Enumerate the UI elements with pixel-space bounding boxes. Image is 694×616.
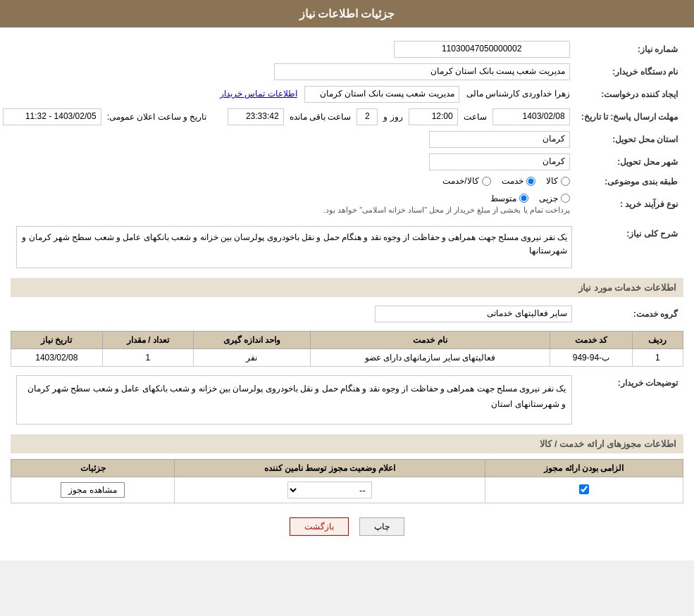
row-tabaghebandi: طبقه بندی موضوعی: کالا خدمت [0,173,683,191]
view-permit-button[interactable]: مشاهده مجوز [61,482,124,498]
deadline-remaining: 23:33:42 [228,108,284,125]
page-title: جزئیات اطلاعات نیاز [299,8,395,20]
permit-col-status: اعلام وضعیت مجوز توسط نامین کننده [175,460,485,477]
grouh-value: سایر فعالیتهای خدماتی [11,303,578,325]
action-buttons: چاپ بازگشت [11,517,683,536]
shahr-input: کرمان [429,153,570,170]
col-unit: واحد اندازه گیری [194,332,311,349]
dastgah-value: مدیریت شعب پست بانک استان کرمان [0,61,576,83]
creator-label: ایجاد کننده درخواست: [576,83,683,106]
tabaghebandi-label: طبقه بندی موضوعی: [576,173,683,191]
radio-motavasset: متوسط [490,194,528,203]
row-shahr: شهر محل تحویل: کرمان [0,151,683,173]
radio-motavasset-label: متوسط [490,194,516,203]
buyer-desc-table: توضیحات خریدار: یک نفر نیروی مسلح جهت هم… [11,372,683,427]
deadline-days-label: روز و [383,112,402,122]
farayand-radios: جزیی متوسط [490,194,570,203]
radio-kala-khedmat-input[interactable] [482,177,491,186]
permit-section-title: اطلاعات مجوزهای ارائه خدمت / کالا [11,434,683,453]
radio-jozi-label: جزیی [539,194,558,203]
creator-value: زهرا خداوردی کارشناس مالی مدیریت شعب پست… [0,83,576,106]
services-section-title: اطلاعات خدمات مورد نیاز [11,278,683,297]
ostan-input: کرمان [429,131,570,148]
row-grouh: گروه خدمت: سایر فعالیتهای خدماتی [11,303,683,325]
deadline-remaining-label: ساعت باقی مانده [290,112,352,122]
shahr-label: شهر محل تحویل: [576,151,683,173]
col-name: نام خدمت [310,332,550,349]
row-sharh: شرح کلی نیاز: یک نفر نیروی مسلح جهت همرا… [11,223,683,271]
radio-khedmat: خدمت [502,176,535,186]
radio-kala-khedmat-label: کالا/خدمت [442,176,478,186]
back-button[interactable]: بازگشت [290,517,349,536]
page-header: جزئیات اطلاعات نیاز [0,0,694,27]
radio-khedmat-input[interactable] [526,177,535,186]
ostan-value: کرمان [0,128,576,151]
col-code: کد خدمت [550,332,633,349]
niaz-label: شماره نیاز: [576,38,683,61]
services-grid: ردیف کد خدمت نام خدمت واحد اندازه گیری ت… [11,331,683,367]
farayand-notice: پرداخت تمام یا بخشی از مبلغ خریدار از مح… [323,206,570,214]
cell-count: 1 [102,349,193,367]
shahr-value: کرمان [0,151,576,173]
sharh-value: یک نفر نیروی مسلح جهت همراهی و حفاظت از … [11,223,578,271]
row-creator: ایجاد کننده درخواست: زهرا خداوردی کارشنا… [0,83,683,106]
farayand-label: نوع فرآیند خرید : [576,191,683,218]
page-wrapper: جزئیات اطلاعات نیاز شماره نیاز: 11030047… [0,0,694,560]
deadline-time: 12:00 [409,108,458,125]
farayand-value: جزیی متوسط پرداخت تمام یا بخشی از مبلغ خ… [0,191,576,218]
radio-kala-label: کالا [546,176,558,186]
deadline-label: مهلت ارسال پاسخ: تا تاریخ: [576,106,683,128]
creator-link[interactable]: اطلاعات تماس خریدار [220,89,297,99]
buyer-desc-text: یک نفر نیروی مسلح جهت همراهی و حفاظت از … [16,375,572,425]
permit-col-details: جزئیات [11,460,175,477]
col-radif: ردیف [632,332,683,349]
sharh-table: شرح کلی نیاز: یک نفر نیروی مسلح جهت همرا… [11,223,683,271]
radio-jozi-input[interactable] [561,194,570,203]
deadline-time-label: ساعت [464,112,487,122]
radio-kala-khedmat: کالا/خدمت [442,176,490,186]
cell-radif: 1 [632,349,683,367]
permit-status-select[interactable]: -- [287,482,372,498]
col-date: تاریخ نیاز [11,332,103,349]
row-niaz: شماره نیاز: 11030047050000002 [0,38,683,61]
grouh-label: گروه خدمت: [578,303,683,325]
creator-name: زهرا خداوردی کارشناس مالی [466,89,570,99]
grouh-input: سایر فعالیتهای خدماتی [375,306,572,322]
cell-unit: نفر [194,349,311,367]
permit-col-required: الزامی بودن ارائه مجوز [485,460,683,477]
deadline-date: 1403/02/08 [492,108,570,125]
permit-required-cell [485,477,683,503]
announce-label: تاریخ و ساعت اعلان عمومی: [107,112,207,122]
buyer-desc-label: توضیحات خریدار: [578,372,683,427]
print-button[interactable]: چاپ [359,517,404,536]
table-row: 1 ب-94-949 فعالیتهای سایر سازمانهای دارا… [11,349,683,367]
dastgah-label: نام دستگاه خریدار: [576,61,683,83]
cell-code: ب-94-949 [550,349,633,367]
niaz-value: 11030047050000002 [138,38,576,61]
radio-motavasset-input[interactable] [519,194,528,203]
grouh-table: گروه خدمت: سایر فعالیتهای خدماتی [11,303,683,325]
niaz-number: 11030047050000002 [394,41,570,58]
deadline-value: 1403/02/08 ساعت 12:00 روز و 2 ساعت باقی … [0,106,576,128]
col-count: تعداد / مقدار [102,332,193,349]
row-deadline: مهلت ارسال پاسخ: تا تاریخ: 1403/02/08 سا… [0,106,683,128]
announce-value: 1403/02/05 - 11:32 [3,108,101,125]
row-dastgah: نام دستگاه خریدار: مدیریت شعب پست بانک ا… [0,61,683,83]
permit-row: -- مشاهده مجوز [11,477,683,503]
radio-kala-input[interactable] [561,177,570,186]
row-ostan: استان محل تحویل: کرمان [0,128,683,151]
permit-required-checkbox[interactable] [579,484,589,494]
radio-khedmat-label: خدمت [502,176,523,186]
row-buyer-desc: توضیحات خریدار: یک نفر نیروی مسلح جهت هم… [11,372,683,427]
buyer-desc-value: یک نفر نیروی مسلح جهت همراهی و حفاظت از … [11,372,578,427]
permit-status-cell: -- [175,477,485,503]
deadline-days: 2 [357,108,378,125]
grid-header-row: ردیف کد خدمت نام خدمت واحد اندازه گیری ت… [11,332,683,349]
radio-jozi: جزیی [539,194,570,203]
cell-date: 1403/02/08 [11,349,103,367]
dastgah-input: مدیریت شعب پست بانک استان کرمان [274,63,570,80]
permit-table: الزامی بودن ارائه مجوز اعلام وضعیت مجوز … [11,459,683,503]
creator-dept: مدیریت شعب پست بانک استان کرمان [304,86,459,103]
sharh-label: شرح کلی نیاز: [578,223,683,271]
sharh-text: یک نفر نیروی مسلح جهت همراهی و حفاظت از … [16,226,572,268]
